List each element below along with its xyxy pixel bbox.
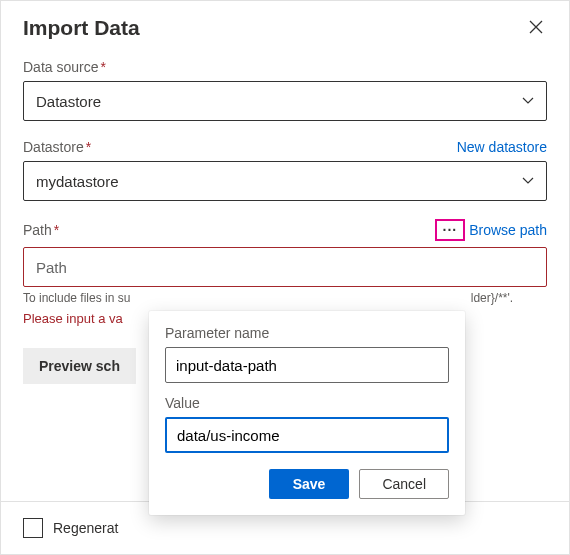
datastore-field: Datastore* New datastore mydatastore	[23, 139, 547, 201]
close-icon[interactable]	[525, 15, 547, 41]
parameter-name-input[interactable]	[165, 347, 449, 383]
parameter-name-label: Parameter name	[165, 325, 449, 341]
regenerate-label: Regenerat	[53, 520, 118, 536]
chevron-down-icon	[522, 94, 534, 108]
data-source-field: Data source* Datastore	[23, 59, 547, 121]
new-datastore-link[interactable]: New datastore	[457, 139, 547, 155]
preview-schema-button[interactable]: Preview sch	[23, 348, 136, 384]
path-more-button[interactable]: ···	[435, 219, 466, 241]
data-source-value: Datastore	[36, 93, 101, 110]
regenerate-checkbox[interactable]	[23, 518, 43, 538]
parameter-popover: Parameter name Value Save Cancel	[149, 311, 465, 515]
data-source-label: Data source*	[23, 59, 106, 75]
import-data-dialog: Import Data Data source* Datastore Datas	[0, 0, 570, 555]
path-field: Path* ··· Browse path To include files i…	[23, 219, 547, 326]
path-hint: To include files in su _________________…	[23, 291, 547, 305]
path-input[interactable]	[23, 247, 547, 287]
browse-path-link[interactable]: Browse path	[469, 222, 547, 238]
chevron-down-icon	[522, 174, 534, 188]
parameter-value-label: Value	[165, 395, 449, 411]
dialog-header: Import Data	[1, 1, 569, 53]
data-source-select[interactable]: Datastore	[23, 81, 547, 121]
parameter-value-input[interactable]	[165, 417, 449, 453]
datastore-select[interactable]: mydatastore	[23, 161, 547, 201]
path-label: Path*	[23, 222, 59, 238]
cancel-button[interactable]: Cancel	[359, 469, 449, 499]
datastore-label: Datastore*	[23, 139, 91, 155]
dialog-title: Import Data	[23, 16, 140, 40]
save-button[interactable]: Save	[269, 469, 350, 499]
datastore-value: mydatastore	[36, 173, 119, 190]
